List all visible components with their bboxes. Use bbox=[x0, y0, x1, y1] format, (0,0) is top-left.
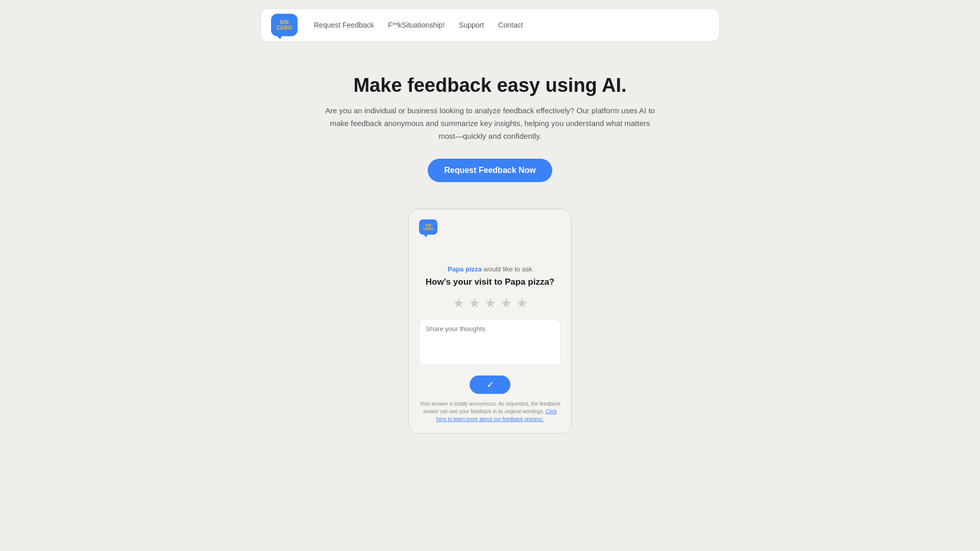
requester-suffix: would like to ask bbox=[482, 265, 532, 273]
card-footer: Your answer is totally anonymous. As req… bbox=[419, 400, 561, 423]
star-rating[interactable]: ★ ★ ★ ★ ★ bbox=[419, 295, 561, 311]
hero-title: Make feedback easy using AI. bbox=[324, 74, 656, 96]
nav-item-request-feedback[interactable]: Request Feedback bbox=[314, 20, 374, 30]
checkmark-icon: ✓ bbox=[486, 379, 494, 390]
hero-section: Make feedback easy using AI. Are you an … bbox=[311, 50, 669, 198]
footer-text: Your answer is totally anonymous. As req… bbox=[420, 401, 560, 414]
nav-link-fk-situationship[interactable]: F**kSituationship! bbox=[388, 21, 445, 29]
nav-link-contact[interactable]: Contact bbox=[498, 21, 523, 29]
nav-item-fk-situationship[interactable]: F**kSituationship! bbox=[388, 20, 445, 30]
requester-name: Papa pizza bbox=[448, 265, 481, 273]
thoughts-input[interactable] bbox=[419, 319, 561, 365]
card-logo-icon: SINCERO bbox=[419, 219, 437, 235]
nav-link-request-feedback[interactable]: Request Feedback bbox=[314, 21, 374, 29]
request-feedback-button[interactable]: Request Feedback Now bbox=[428, 159, 552, 182]
submit-row: ✓ bbox=[419, 375, 561, 394]
star-2[interactable]: ★ bbox=[469, 295, 480, 311]
nav-bar: SINCERO Request Feedback F**kSituationsh… bbox=[260, 8, 720, 42]
card-logo-text: SINCERO bbox=[423, 223, 433, 231]
nav-item-contact[interactable]: Contact bbox=[498, 20, 523, 30]
card-requester: Papa pizza would like to ask bbox=[419, 265, 561, 273]
card-wrapper: SINCERO Papa pizza would like to ask How… bbox=[0, 198, 980, 464]
logo-text: SINCERO bbox=[277, 19, 292, 31]
card-question: How's your visit to Papa pizza? bbox=[419, 277, 561, 287]
logo-area: SINCERO bbox=[271, 14, 298, 36]
nav-link-support[interactable]: Support bbox=[459, 21, 484, 29]
nav-wrapper: SINCERO Request Feedback F**kSituationsh… bbox=[0, 0, 980, 50]
star-4[interactable]: ★ bbox=[500, 295, 512, 311]
logo-icon: SINCERO bbox=[271, 14, 298, 36]
star-5[interactable]: ★ bbox=[516, 295, 528, 311]
submit-button[interactable]: ✓ bbox=[470, 375, 510, 394]
nav-links: Request Feedback F**kSituationship! Supp… bbox=[314, 20, 523, 30]
hero-subtitle: Are you an individual or business lookin… bbox=[324, 105, 656, 142]
star-1[interactable]: ★ bbox=[453, 295, 464, 311]
feedback-card: SINCERO Papa pizza would like to ask How… bbox=[408, 209, 572, 434]
star-3[interactable]: ★ bbox=[484, 295, 496, 311]
nav-item-support[interactable]: Support bbox=[459, 20, 484, 30]
